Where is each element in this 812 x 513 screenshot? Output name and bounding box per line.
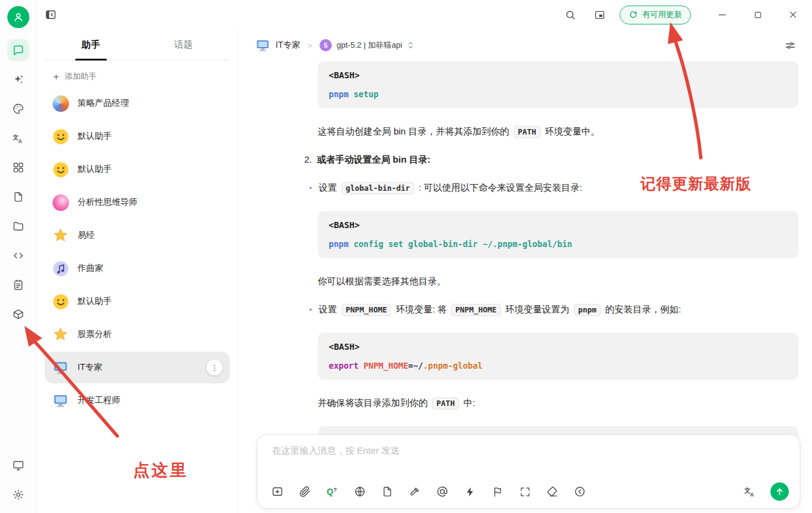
send-button[interactable] — [770, 482, 789, 501]
sidebar-minapps-button[interactable] — [7, 303, 29, 325]
code-language-label: <BASH> — [329, 342, 788, 352]
assistant-item[interactable]: 开发工程师 — [45, 385, 230, 416]
sidebar-code-button[interactable] — [7, 245, 29, 267]
close-button[interactable] — [784, 6, 802, 24]
assistant-name[interactable]: IT专家 — [276, 40, 300, 51]
assistant-item[interactable]: 分析性思维导师 — [45, 186, 230, 218]
mini-window-button[interactable] — [590, 6, 609, 24]
assistant-name: 开发工程师 — [78, 395, 120, 406]
knowledge-base-button[interactable]: Q? — [326, 485, 339, 498]
code-language-label: <BASH> — [329, 70, 788, 80]
panel-toggle-icon — [45, 9, 57, 21]
assistant-name: 默认助手 — [78, 296, 112, 307]
assistant-item[interactable]: 股票分析 — [45, 319, 230, 350]
app-window: 文A 有可用更新 — [0, 0, 812, 513]
sidebar-translate-button[interactable]: 文A — [7, 127, 29, 149]
at-sign-icon — [436, 485, 448, 498]
chat-header: IT专家 > 5 gpt-5.2 | 加菲猫api — [238, 29, 812, 61]
add-assistant-button[interactable]: + 添加助手 — [53, 71, 97, 82]
chat-main: IT专家 > 5 gpt-5.2 | 加菲猫api <BASH>pnpm set… — [238, 29, 812, 513]
sidebar-settings-button[interactable] — [7, 484, 29, 506]
code-line: pnpm setup — [329, 89, 788, 99]
assistant-name: IT专家 — [78, 362, 102, 373]
assistant-item[interactable]: 默认助手 — [45, 286, 230, 317]
sidebar-paintings-button[interactable] — [7, 98, 29, 120]
sidebar-display-button[interactable] — [7, 454, 29, 476]
paperclip-icon — [299, 485, 311, 498]
assistant-more-button[interactable]: ⋮ — [207, 360, 222, 375]
new-topic-icon — [271, 485, 283, 498]
assistant-item[interactable]: 策略产品经理 — [45, 87, 230, 119]
web-search-button[interactable] — [353, 485, 367, 498]
translate-input-button[interactable]: 文A — [743, 485, 756, 498]
mcp-tools-button[interactable] — [408, 485, 422, 498]
topbar: 有可用更新 — [37, 0, 812, 29]
chevron-circle-icon — [574, 485, 586, 498]
tab-topics-label: 话题 — [174, 39, 192, 51]
assistant-panel: 助手 话题 + 添加助手 策略产品经理默认助手默认助手分析性思维导师易经作曲家默… — [37, 29, 238, 513]
gradient-pink-avatar — [52, 194, 69, 211]
toggle-sidebar-button[interactable] — [42, 6, 60, 24]
new-topic-button[interactable] — [271, 485, 284, 498]
sidebar-chat-button[interactable] — [7, 39, 29, 61]
mini-window-icon — [594, 9, 605, 21]
update-button[interactable]: 有可用更新 — [620, 6, 691, 24]
mention-model-button[interactable] — [436, 485, 449, 498]
palette-icon — [12, 103, 24, 115]
sidebar-agents-button[interactable] — [7, 68, 29, 90]
star-avatar — [52, 227, 69, 244]
plus-icon: + — [53, 72, 59, 82]
minimize-button[interactable] — [713, 6, 731, 24]
code-block: <BASH>pnpm setup — [318, 61, 799, 108]
tab-assistants[interactable]: 助手 — [45, 29, 137, 60]
clear-context-button[interactable] — [546, 485, 559, 498]
person-icon — [12, 11, 24, 23]
star-avatar — [52, 326, 69, 343]
code-icon — [12, 249, 24, 262]
assistant-name: 分析性思维导师 — [78, 197, 137, 208]
assistant-item[interactable]: 默认助手 — [45, 153, 230, 185]
code-block: <BASH>pnpm config set global-bin-dir ~/.… — [318, 211, 799, 258]
assistant-item[interactable]: 作曲家 — [45, 253, 230, 284]
sidebar-apps-button[interactable] — [7, 157, 29, 179]
collapse-toolbar-button[interactable] — [573, 485, 587, 498]
numbered-item: 2. 或者手动设置全局 bin 目录: — [304, 152, 799, 167]
breadcrumb-separator: > — [307, 41, 312, 50]
smiley-avatar — [52, 161, 69, 178]
sidebar-files-button[interactable] — [7, 186, 29, 208]
assistant-item[interactable]: 易经 — [45, 220, 230, 251]
tab-topics[interactable]: 话题 — [137, 29, 230, 60]
assistant-name: 默认助手 — [78, 164, 112, 175]
attach-button[interactable] — [298, 485, 312, 498]
user-avatar[interactable] — [7, 6, 29, 28]
sidebar-notes-button[interactable] — [7, 274, 29, 296]
assistant-item[interactable]: IT专家⋮ — [45, 352, 230, 383]
sidebar-folder-button[interactable] — [7, 215, 29, 237]
model-selector[interactable]: 5 gpt-5.2 | 加菲猫api — [320, 39, 414, 51]
maximize-button[interactable] — [748, 6, 767, 24]
message-input[interactable] — [257, 435, 800, 456]
assistant-item[interactable]: 默认助手 — [45, 120, 230, 152]
bullet-item: •设置 PNPM_HOME 环境变量: 将 PNPM_HOME 环境变量设置为 … — [309, 302, 799, 317]
sparkle-icon — [12, 73, 24, 86]
globe-icon — [354, 485, 366, 498]
code-block: <BASH>export PNPM_HOME=~/.pnpm-global — [318, 333, 799, 380]
code-line: export PNPM_HOME=~/.pnpm-global — [329, 361, 788, 371]
quick-phrase-button[interactable] — [463, 485, 477, 498]
refresh-icon — [629, 10, 638, 20]
assistant-monitor-icon — [255, 38, 270, 53]
assistant-name: 股票分析 — [78, 329, 112, 340]
svg-text:Q: Q — [327, 487, 334, 496]
maximize-icon — [753, 10, 763, 20]
model-badge: 5 — [320, 39, 332, 51]
flag-button[interactable] — [491, 485, 504, 498]
paragraph: 你可以根据需要选择其他目录。 — [318, 274, 799, 289]
expand-input-button[interactable] — [518, 485, 532, 498]
chat-settings-button[interactable] — [785, 40, 796, 51]
file-icon — [12, 191, 24, 203]
package-icon — [12, 308, 24, 320]
assistant-name: 易经 — [78, 230, 95, 241]
search-button[interactable] — [561, 6, 579, 24]
svg-text:A: A — [750, 492, 754, 498]
file-translate-button[interactable] — [381, 485, 394, 498]
